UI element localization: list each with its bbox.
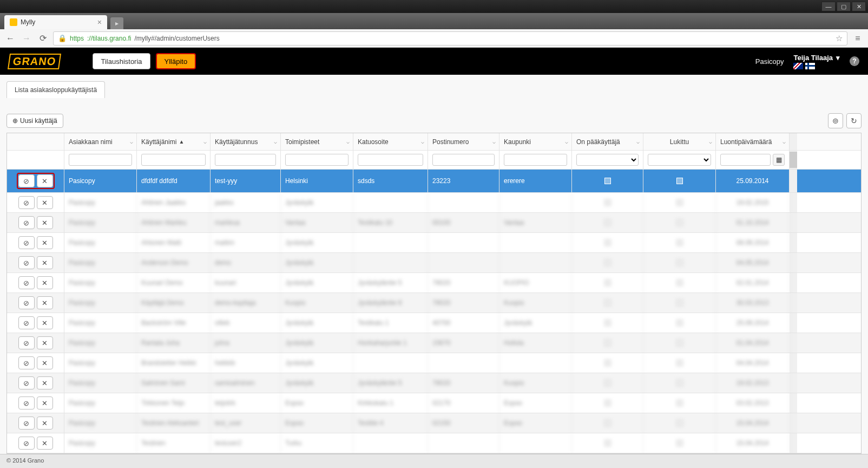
edit-row-button[interactable]: ⊘ bbox=[18, 236, 35, 249]
window-close-button[interactable]: ✕ bbox=[852, 2, 866, 11]
filter-username-input[interactable] bbox=[141, 154, 206, 166]
forward-button[interactable]: → bbox=[21, 32, 32, 44]
delete-row-button[interactable]: ✕ bbox=[37, 174, 53, 187]
filter-userid-input[interactable] bbox=[215, 154, 276, 166]
edit-row-button[interactable]: ⊘ bbox=[18, 336, 35, 349]
delete-row-button[interactable]: ✕ bbox=[37, 296, 53, 309]
table-row[interactable]: ⊘✕PasicopyTirkkonen TeijoteijotirkEspooK… bbox=[7, 393, 861, 413]
table-row[interactable]: ⊘✕PasicopyAnderson DemodemoJyväskylä04.0… bbox=[7, 253, 861, 273]
checkbox-icon bbox=[676, 300, 683, 306]
subtab-customer-users[interactable]: Lista asiakasloppukäyttäjistä bbox=[6, 81, 105, 98]
edit-row-button[interactable]: ⊘ bbox=[18, 396, 35, 410]
cell-city bbox=[499, 233, 572, 252]
edit-row-button[interactable]: ⊘ bbox=[18, 196, 35, 209]
edit-row-button[interactable]: ⊘ bbox=[18, 437, 35, 450]
back-button[interactable]: ← bbox=[4, 32, 16, 44]
filter-street-input[interactable] bbox=[358, 154, 423, 166]
col-username[interactable]: Käyttäjänimi▲⌵ bbox=[137, 133, 211, 150]
delete-row-button[interactable]: ✕ bbox=[37, 316, 53, 329]
new-user-button[interactable]: ⊕ Uusi käyttäjä bbox=[6, 114, 63, 128]
col-street[interactable]: Katuosoite⌵ bbox=[353, 133, 428, 150]
delete-row-button[interactable]: ✕ bbox=[37, 216, 53, 229]
table-row[interactable]: ⊘✕PasicopyAhtinen MarkkumarkkuaVantaaTes… bbox=[7, 213, 861, 233]
table-row[interactable]: ⊘✕PasicopySalminen SamisamisalminenJyväs… bbox=[7, 373, 861, 393]
tab-close-icon[interactable]: × bbox=[97, 18, 102, 27]
lang-en-flag[interactable] bbox=[793, 63, 803, 69]
edit-row-button[interactable]: ⊘ bbox=[18, 296, 35, 309]
checkbox-icon bbox=[676, 259, 683, 266]
edit-row-button[interactable]: ⊘ bbox=[18, 256, 35, 269]
filter-locations-input[interactable] bbox=[285, 154, 348, 166]
cell-created: 04.04.2014 bbox=[716, 353, 790, 373]
cell-is-admin bbox=[572, 253, 643, 272]
cell-zip bbox=[428, 233, 499, 252]
col-zip[interactable]: Postinumero⌵ bbox=[428, 133, 499, 150]
filter-customer-input[interactable] bbox=[69, 154, 132, 166]
table-row[interactable]: ⊘✕PasicopyKäyttäjä Demodemo-kayttajaKuop… bbox=[7, 293, 861, 313]
calendar-icon[interactable]: ▦ bbox=[773, 154, 785, 166]
cell-username: Ahtinen Jaakko bbox=[137, 193, 211, 212]
refresh-grid-button[interactable]: ↻ bbox=[846, 113, 862, 128]
filter-settings-button[interactable]: ⊚ bbox=[828, 113, 843, 128]
table-row[interactable]: ⊘✕PasicopyBackström VillevillebJyväskylä… bbox=[7, 313, 861, 333]
table-row[interactable]: ⊘✕Pasicopydfdfdf ddfdfdtest-yyyHelsinkis… bbox=[7, 170, 861, 193]
col-created[interactable]: Luontipäivämäärä⌵ bbox=[716, 133, 790, 150]
browser-tab[interactable]: Mylly × bbox=[4, 15, 107, 29]
copyright: © 2014 Grano bbox=[6, 457, 44, 460]
delete-row-button[interactable]: ✕ bbox=[37, 236, 53, 249]
cell-city: Kuopio bbox=[499, 373, 572, 393]
checkbox-icon bbox=[604, 320, 611, 326]
browser-menu-button[interactable]: ≡ bbox=[852, 32, 864, 44]
window-minimize-button[interactable]: — bbox=[821, 2, 836, 11]
edit-row-button[interactable]: ⊘ bbox=[18, 276, 35, 289]
cell-created: 02.01.2014 bbox=[716, 273, 790, 292]
filter-is-admin-select[interactable] bbox=[576, 154, 639, 166]
table-row[interactable]: ⊘✕PasicopyAhtinen JaakkojaakkoJyväskylä1… bbox=[7, 193, 861, 213]
delete-row-button[interactable]: ✕ bbox=[37, 437, 53, 450]
table-row[interactable]: ⊘✕PasicopyBrandstetter HeikkiheikkibJyvä… bbox=[7, 353, 861, 373]
delete-row-button[interactable]: ✕ bbox=[37, 276, 53, 289]
edit-row-button[interactable]: ⊘ bbox=[18, 417, 35, 430]
col-is-admin[interactable]: On pääkäyttäjä⌵ bbox=[572, 133, 643, 150]
table-row[interactable]: ⊘✕PasicopyRantala JuhajuhraJyväskyläHonk… bbox=[7, 333, 861, 353]
table-row[interactable]: ⊘✕PasicopyKuunari DemokuunariJyväskyläJy… bbox=[7, 273, 861, 293]
delete-row-button[interactable]: ✕ bbox=[37, 396, 53, 410]
user-menu[interactable]: Teija Tilaaja ▾ bbox=[793, 54, 840, 62]
delete-row-button[interactable]: ✕ bbox=[37, 356, 53, 369]
edit-row-button[interactable]: ⊘ bbox=[18, 376, 35, 389]
filter-locked-select[interactable] bbox=[648, 154, 711, 166]
edit-row-button[interactable]: ⊘ bbox=[18, 316, 35, 329]
filter-created-input[interactable] bbox=[720, 154, 771, 166]
col-locked[interactable]: Lukittu⌵ bbox=[643, 133, 716, 150]
address-bar[interactable]: 🔒 https ://tilaus.grano.fi /mylly#/admin… bbox=[53, 31, 847, 46]
delete-row-button[interactable]: ✕ bbox=[37, 196, 53, 209]
col-locations[interactable]: Toimipisteet⌵ bbox=[281, 133, 353, 150]
delete-row-button[interactable]: ✕ bbox=[37, 376, 53, 389]
help-button[interactable]: ? bbox=[850, 56, 859, 66]
table-row[interactable]: ⊘✕PasicopyAhtonen MattimattimJyväskylä08… bbox=[7, 233, 861, 253]
col-city[interactable]: Kaupunki⌵ bbox=[499, 133, 572, 150]
window-maximize-button[interactable]: ▢ bbox=[837, 2, 851, 11]
filter-city-input[interactable] bbox=[504, 154, 567, 166]
table-row[interactable]: ⊘✕PasicopyTestinentestuser2Turku15.04.20… bbox=[7, 433, 861, 453]
row-actions: ⊘✕ bbox=[7, 233, 64, 252]
edit-row-button[interactable]: ⊘ bbox=[18, 174, 35, 187]
delete-row-button[interactable]: ✕ bbox=[37, 336, 53, 349]
col-customer[interactable]: Asiakkaan nimi⌵ bbox=[64, 133, 137, 150]
edit-row-button[interactable]: ⊘ bbox=[18, 356, 35, 369]
edit-row-button[interactable]: ⊘ bbox=[18, 216, 35, 229]
col-userid[interactable]: Käyttäjätunnus⌵ bbox=[211, 133, 281, 150]
nav-admin[interactable]: Ylläpito bbox=[156, 53, 196, 69]
bookmark-star-icon[interactable]: ☆ bbox=[836, 34, 843, 43]
delete-row-button[interactable]: ✕ bbox=[37, 417, 53, 430]
delete-row-button[interactable]: ✕ bbox=[37, 256, 53, 269]
new-tab-button[interactable]: ▸ bbox=[110, 17, 123, 29]
scrollbar[interactable] bbox=[790, 151, 797, 169]
nav-order-history[interactable]: Tilaushistoria bbox=[93, 53, 150, 69]
lang-fi-flag[interactable] bbox=[805, 63, 815, 69]
filter-zip-input[interactable] bbox=[432, 154, 495, 166]
table-row[interactable]: ⊘✕PasicopyTestinen Aleksanteritest_userE… bbox=[7, 413, 861, 433]
reload-button[interactable]: ⟳ bbox=[37, 32, 49, 44]
scroll-thumb[interactable] bbox=[790, 152, 797, 168]
current-company[interactable]: Pasicopy bbox=[755, 57, 784, 66]
